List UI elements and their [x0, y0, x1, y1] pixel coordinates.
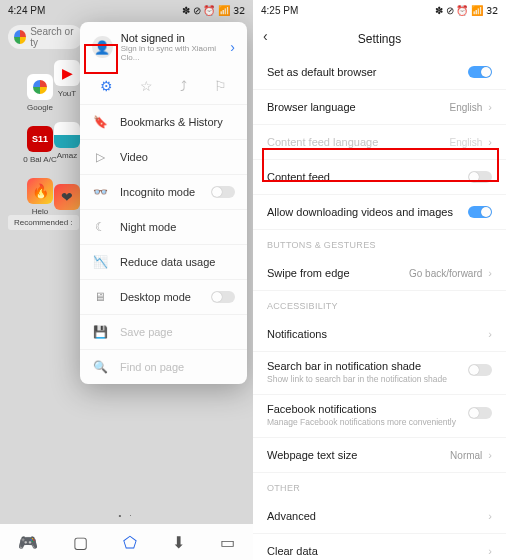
chevron-right-icon: ›	[488, 510, 492, 522]
chevron-right-icon: ›	[488, 267, 492, 279]
nav-game-icon[interactable]: 🎮	[18, 533, 38, 552]
search-placeholder: Search or ty	[30, 26, 77, 48]
section-accessibility: ACCESSIBILITY	[253, 291, 506, 317]
chevron-right-icon: ›	[230, 39, 235, 55]
section-other: OTHER	[253, 473, 506, 499]
chevron-right-icon: ›	[488, 545, 492, 557]
searchbar-toggle[interactable]	[468, 364, 492, 376]
data-icon: 📉	[92, 255, 108, 269]
share-icon[interactable]: ⤴	[180, 78, 187, 94]
page-indicator: • ·	[0, 511, 253, 520]
chevron-right-icon: ›	[488, 136, 492, 148]
row-default-browser[interactable]: Set as default browser	[253, 55, 506, 90]
menu-bookmarks[interactable]: 🔖Bookmarks & History	[80, 104, 247, 139]
row-cleardata[interactable]: Clear data ›	[253, 534, 506, 560]
profile-sub: Sign in to sync with Xiaomi Clo...	[121, 44, 231, 62]
row-facebook-notifications[interactable]: Facebook notifications Manage Facebook n…	[253, 395, 506, 438]
row-searchbar-shade[interactable]: Search bar in notification shade Show li…	[253, 352, 506, 395]
google-icon	[14, 30, 26, 44]
menu-night[interactable]: ☾Night mode	[80, 209, 247, 244]
row-content-feed[interactable]: Content feed	[253, 160, 506, 195]
desktop-toggle[interactable]	[211, 291, 235, 303]
save-icon: 💾	[92, 325, 108, 339]
avatar-icon: 👤	[92, 36, 113, 58]
row-browser-language[interactable]: Browser language English›	[253, 90, 506, 125]
nav-home-icon[interactable]: ⬠	[123, 533, 137, 552]
video-icon: ▷	[92, 150, 108, 164]
app-amazon[interactable]: Amaz	[52, 122, 82, 160]
bottom-nav: 🎮 ▢ ⬠ ⬇ ▭	[0, 524, 253, 560]
profile-row[interactable]: 👤 Not signed in Sign in to sync with Xia…	[80, 22, 247, 70]
row-advanced[interactable]: Advanced ›	[253, 499, 506, 534]
flag-icon[interactable]: ⚐	[214, 78, 227, 94]
row-feed-language: Content feed language English›	[253, 125, 506, 160]
browser-search-bar[interactable]: Search or ty	[8, 25, 83, 49]
bookmark-icon: 🔖	[92, 115, 108, 129]
row-notifications[interactable]: Notifications ›	[253, 317, 506, 352]
facebook-toggle[interactable]	[468, 407, 492, 419]
statusbar-icons-r: ✽ ⊘ ⏰ 📶 𝟥𝟤	[435, 5, 498, 16]
allow-download-toggle[interactable]	[468, 206, 492, 218]
profile-name: Not signed in	[121, 32, 231, 44]
menu-savepage: 💾Save page	[80, 314, 247, 349]
row-swipe-edge[interactable]: Swipe from edge Go back/forward›	[253, 256, 506, 291]
search-icon: 🔍	[92, 360, 108, 374]
menu-incognito[interactable]: 👓Incognito mode	[80, 174, 247, 209]
incognito-icon: 👓	[92, 185, 108, 199]
page-title: Settings	[358, 32, 401, 46]
menu-video[interactable]: ▷Video	[80, 139, 247, 174]
menu-desktop[interactable]: 🖥Desktop mode	[80, 279, 247, 314]
section-buttons-gestures: BUTTONS & GESTURES	[253, 230, 506, 256]
statusbar-time: 4:24 PM	[8, 5, 45, 16]
statusbar-time-r: 4:25 PM	[261, 5, 298, 16]
statusbar-icons: ✽ ⊘ ⏰ 📶 𝟥𝟤	[182, 5, 245, 16]
settings-gear-icon[interactable]: ⚙	[100, 78, 113, 94]
menu-reduce-data[interactable]: 📉Reduce data usage	[80, 244, 247, 279]
recommended-chip: Recommended :	[8, 215, 79, 230]
row-textsize[interactable]: Webpage text size Normal›	[253, 438, 506, 473]
default-browser-toggle[interactable]	[468, 66, 492, 78]
nav-video-icon[interactable]: ▢	[73, 533, 88, 552]
browser-menu-flyout: 👤 Not signed in Sign in to sync with Xia…	[80, 22, 247, 384]
chevron-right-icon: ›	[488, 101, 492, 113]
star-icon[interactable]: ☆	[140, 78, 153, 94]
desktop-icon: 🖥	[92, 290, 108, 304]
content-feed-toggle[interactable]	[468, 171, 492, 183]
chevron-right-icon: ›	[488, 449, 492, 461]
app-youtube[interactable]: ▶YouT	[52, 60, 82, 98]
moon-icon: ☾	[92, 220, 108, 234]
row-allow-download[interactable]: Allow downloading videos and images	[253, 195, 506, 230]
menu-findon: 🔍Find on page	[80, 349, 247, 384]
chevron-right-icon: ›	[488, 328, 492, 340]
nav-tabs-icon[interactable]: ▭	[220, 533, 235, 552]
nav-download-icon[interactable]: ⬇	[172, 533, 185, 552]
incognito-toggle[interactable]	[211, 186, 235, 198]
